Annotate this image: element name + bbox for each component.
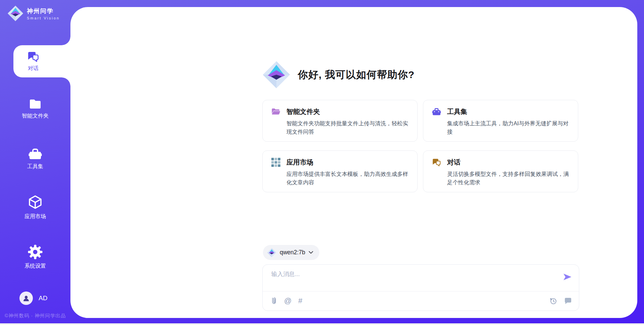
chat-bubbles-icon xyxy=(27,51,39,63)
app-window: 你好, 我可以如何帮助你? 智能文件夹 智能文件夹功能支持批量文件上传与清洗，轻… xyxy=(0,0,644,325)
card-description: 集成市场上主流工具，助力AI与外界无缝扩展与对接 xyxy=(447,119,569,136)
sidebar-item-settings[interactable]: 系统设置 xyxy=(0,244,70,270)
sidebar-item-toolset[interactable]: 工具集 xyxy=(0,147,70,170)
card-title: 对话 xyxy=(447,158,461,167)
toolbox-icon xyxy=(432,107,441,116)
sidebar-item-label: 应用市场 xyxy=(24,213,46,220)
chat-bubbles-icon xyxy=(432,158,441,167)
at-icon[interactable]: @ xyxy=(284,297,291,305)
card-title: 智能文件夹 xyxy=(286,107,320,116)
card-description: 应用市场提供丰富长文本模板，助力高效生成多样化文章内容 xyxy=(286,170,409,187)
composer-toolbar: @ # xyxy=(271,291,572,310)
sidebar-item-chat[interactable]: 对话 xyxy=(13,45,70,77)
sidebar-item-label: 智能文件夹 xyxy=(22,113,49,120)
sidebar-item-label: 对话 xyxy=(28,65,39,72)
history-icon[interactable] xyxy=(549,297,557,305)
cube-icon xyxy=(28,195,43,210)
hash-icon[interactable]: # xyxy=(298,297,302,305)
user-profile[interactable]: AD xyxy=(19,291,47,305)
toolbox-icon xyxy=(29,147,42,160)
horizontal-scrollbar[interactable] xyxy=(0,323,644,325)
message-input[interactable] xyxy=(271,269,557,290)
folder-icon xyxy=(29,98,42,110)
chevron-down-icon xyxy=(309,251,313,254)
brand-subtitle: Smart Vision xyxy=(27,16,60,20)
person-icon xyxy=(22,294,30,302)
brand: 神州问学 Smart Vision xyxy=(7,5,60,21)
message-composer: @ # xyxy=(262,264,579,311)
card-title: 应用市场 xyxy=(286,158,313,167)
card-description: 灵活切换多模型文件，支持多样回复效果调试，满足个性化需求 xyxy=(447,170,569,187)
sidebar-item-smart-folder[interactable]: 智能文件夹 xyxy=(0,98,70,120)
user-initials: AD xyxy=(39,295,47,302)
gem-diamond-icon xyxy=(267,248,276,257)
gem-diamond-icon xyxy=(7,5,23,21)
sidebar-item-app-market[interactable]: 应用市场 xyxy=(0,195,70,220)
feature-cards: 智能文件夹 智能文件夹功能支持批量文件上传与清洗，轻松实现文件问答 工具集 xyxy=(262,100,580,192)
welcome-header: 你好, 我可以如何帮助你? xyxy=(262,61,415,89)
brand-name: 神州问学 xyxy=(27,7,60,15)
sidebar-item-label: 工具集 xyxy=(27,163,43,170)
grid-icon xyxy=(271,158,280,167)
paperclip-icon[interactable] xyxy=(271,297,277,305)
gear-icon xyxy=(28,244,43,260)
gem-diamond-icon xyxy=(262,61,290,89)
greeting-title: 你好, 我可以如何帮助你? xyxy=(298,68,415,82)
sidebar-item-label: 系统设置 xyxy=(24,263,46,270)
model-selector[interactable]: qwen2:7b xyxy=(263,245,319,260)
model-name: qwen2:7b xyxy=(280,249,305,256)
copyright-footer: ©神州数码 · 神州问学出品 xyxy=(0,313,70,319)
card-smart-folder[interactable]: 智能文件夹 智能文件夹功能支持批量文件上传与清洗，轻松实现文件问答 xyxy=(262,100,418,142)
chat-bubble-icon[interactable] xyxy=(564,297,572,305)
card-chat[interactable]: 对话 灵活切换多模型文件，支持多样回复效果调试，满足个性化需求 xyxy=(423,150,578,192)
card-description: 智能文件夹功能支持批量文件上传与清洗，轻松实现文件问答 xyxy=(286,119,409,136)
card-app-market[interactable]: 应用市场 应用市场提供丰富长文本模板，助力高效生成多样化文章内容 xyxy=(262,150,418,192)
card-title: 工具集 xyxy=(447,107,467,116)
folder-open-icon xyxy=(271,107,280,116)
avatar xyxy=(19,291,33,305)
send-icon[interactable] xyxy=(563,272,572,281)
main-content-panel: 你好, 我可以如何帮助你? 智能文件夹 智能文件夹功能支持批量文件上传与清洗，轻… xyxy=(70,7,637,318)
sidebar: 神州问学 Smart Vision 对话 智能文件夹 xyxy=(0,0,70,325)
card-toolset[interactable]: 工具集 集成市场上主流工具，助力AI与外界无缝扩展与对接 xyxy=(423,100,578,142)
